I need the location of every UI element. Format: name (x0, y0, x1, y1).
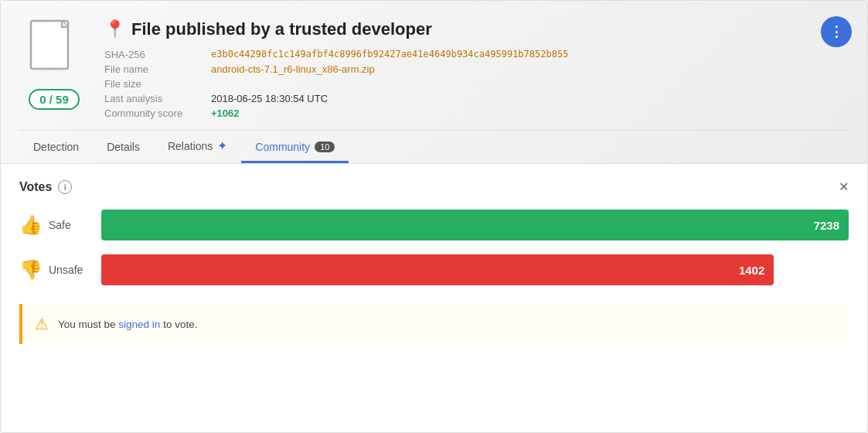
tab-detection-label: Detection (33, 141, 79, 153)
safe-vote-row: 👍 Safe 7238 (19, 210, 849, 240)
safe-count: 7238 (814, 219, 839, 232)
votes-label: Votes (19, 180, 52, 194)
warning-text: You must be signed in to vote. (58, 319, 197, 330)
filesize-value (211, 78, 849, 90)
warning-banner: ⚠ You must be signed in to vote. (19, 304, 849, 344)
thumbs-up-icon: 👍 (19, 214, 43, 236)
file-icon (27, 19, 81, 81)
svg-rect-0 (31, 21, 68, 69)
tab-detection[interactable]: Detection (19, 133, 93, 163)
safe-label: Safe (49, 219, 71, 231)
warning-suffix: to vote. (163, 319, 197, 330)
tab-details-label: Details (107, 141, 140, 153)
info-icon[interactable]: i (58, 180, 72, 194)
tab-details[interactable]: Details (93, 133, 154, 163)
location-icon: 📍 (104, 19, 125, 39)
filename-value: android-cts-7.1_r6-linux_x86-arm.zip (211, 63, 849, 75)
unsafe-label: Unsafe (49, 264, 83, 276)
safe-bar: 7238 (101, 210, 849, 240)
header-content: 0 / 59 📍 File published by a trusted dev… (19, 16, 849, 119)
filename-label: File name (104, 63, 205, 75)
last-analysis-label: Last analysis (104, 93, 205, 104)
unsafe-label-group: 👎 Unsafe (19, 259, 89, 281)
file-info: 📍 File published by a trusted developer … (104, 16, 849, 119)
tabs-bar: Detection Details Relations ✦ Community … (19, 130, 849, 163)
thumbs-down-icon: 👎 (19, 259, 43, 281)
score-badge: 0 / 59 (29, 89, 80, 110)
safe-label-group: 👍 Safe (19, 214, 89, 236)
community-score-value: +1062 (211, 107, 849, 119)
unsafe-bar: 1402 (101, 254, 774, 285)
tab-relations[interactable]: Relations ✦ (154, 131, 241, 163)
tab-community-label: Community (255, 141, 310, 153)
community-score-label: Community score (104, 107, 205, 119)
votes-header: Votes i ✕ (19, 179, 849, 194)
sign-in-link[interactable]: signed in (118, 319, 160, 330)
tab-relations-label: Relations (168, 140, 213, 152)
relations-icon: ✦ (217, 138, 227, 153)
file-title: 📍 File published by a trusted developer (104, 19, 849, 39)
header-section: 0 / 59 📍 File published by a trusted dev… (1, 1, 867, 164)
collapse-icon[interactable]: ✕ (839, 179, 849, 194)
body-section: Votes i ✕ 👍 Safe 7238 👎 Unsafe (1, 164, 867, 360)
warning-prefix: You must be (58, 319, 116, 330)
more-button[interactable]: ⋮ (821, 16, 852, 47)
main-container: 0 / 59 📍 File published by a trusted dev… (0, 0, 868, 433)
tab-community-badge: 10 (315, 141, 335, 152)
unsafe-bar-container: 1402 (101, 254, 849, 285)
unsafe-vote-row: 👎 Unsafe 1402 (19, 254, 849, 285)
safe-bar-container: 7238 (101, 210, 849, 240)
filesize-label: File size (104, 78, 205, 90)
votes-title: Votes i (19, 180, 72, 194)
tab-community[interactable]: Community 10 (241, 133, 349, 163)
last-analysis-value: 2018-06-25 18:30:54 UTC (211, 93, 849, 104)
page-title: File published by a trusted developer (131, 19, 432, 39)
unsafe-count: 1402 (739, 264, 764, 277)
file-icon-wrapper: 0 / 59 (19, 16, 89, 110)
sha256-label: SHA-256 (104, 49, 205, 60)
meta-table: SHA-256 e3b0c44298fc1c149afbf4c8996fb924… (104, 49, 849, 119)
warning-icon: ⚠ (35, 315, 49, 333)
sha256-value: e3b0c44298fc1c149afbf4c8996fb92427ae41e4… (211, 49, 849, 60)
